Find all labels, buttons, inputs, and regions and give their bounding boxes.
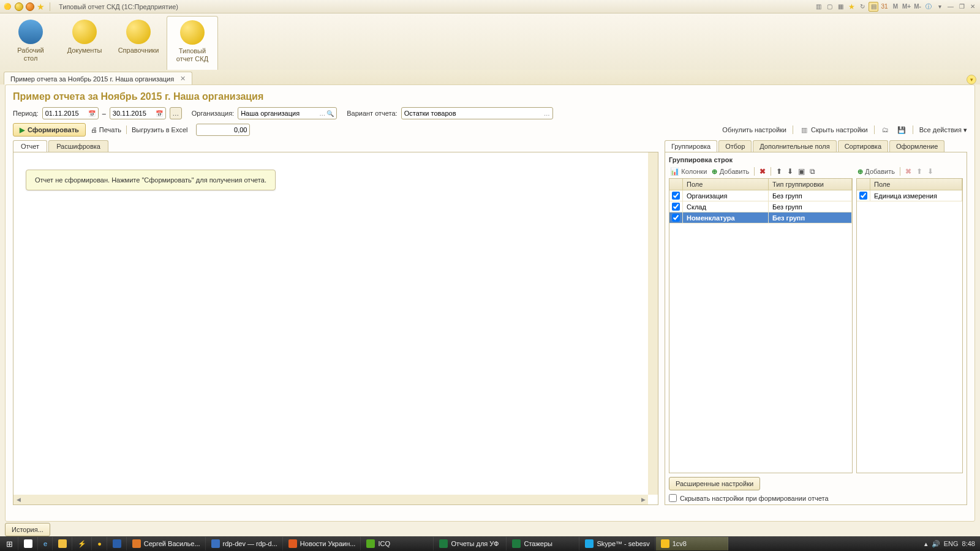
grid-icon[interactable]: ▦: [835, 2, 845, 12]
calendar-icon[interactable]: 📅: [88, 110, 96, 117]
export-excel-button[interactable]: Выгрузить в Excel: [132, 126, 188, 133]
taskbar-task[interactable]: Стажеры: [507, 537, 579, 550]
tray-clock[interactable]: 8:48: [962, 540, 975, 547]
taskbar-task-active[interactable]: 1cv8: [656, 537, 728, 550]
delete-column-button[interactable]: ✖: [904, 167, 913, 176]
columns-button[interactable]: 📊 Колонки: [669, 167, 708, 176]
grid-body[interactable]: ОрганизацияБез группСкладБез группНоменк…: [669, 190, 852, 473]
taskbar-task[interactable]: Сергей Василье...: [127, 537, 206, 550]
delete-button[interactable]: ✖: [758, 167, 767, 176]
nav-report[interactable]: Типовый отчет СКД: [167, 16, 218, 70]
tab-filter[interactable]: Отбор: [718, 140, 752, 152]
tray-volume-icon[interactable]: 🔊: [932, 540, 940, 548]
row-checkbox[interactable]: [672, 214, 680, 222]
hide-settings-checkbox-row[interactable]: Скрывать настройки при формировании отче…: [669, 494, 963, 502]
close-tab-icon[interactable]: ✕: [180, 75, 186, 83]
row-checkbox[interactable]: [672, 192, 680, 200]
taskbar-task[interactable]: Отчеты для УФ: [434, 537, 507, 550]
vertical-scrollbar[interactable]: [648, 152, 658, 495]
row-checkbox[interactable]: [672, 203, 680, 211]
hide-settings-link[interactable]: ▥ Скрыть настройки: [799, 125, 868, 135]
nav-forward-button[interactable]: [26, 2, 34, 11]
scroll-right-icon[interactable]: ▶: [638, 495, 648, 504]
tab-report[interactable]: Отчет: [13, 140, 47, 152]
scroll-left-icon[interactable]: ◀: [13, 495, 23, 504]
taskbar-search[interactable]: [19, 537, 38, 550]
tab-sorting[interactable]: Сортировка: [838, 140, 888, 152]
tab-overflow-button[interactable]: ▾: [967, 75, 976, 84]
nav-back-button[interactable]: [15, 2, 23, 11]
move-down-button[interactable]: ⬇: [786, 167, 794, 176]
history-icon[interactable]: ↻: [858, 2, 867, 12]
hide-settings-checkbox[interactable]: [669, 494, 677, 502]
minimize-icon[interactable]: —: [946, 2, 956, 12]
calc-icon[interactable]: ▤: [869, 2, 878, 12]
save-icon[interactable]: ▣: [797, 167, 806, 176]
org-field[interactable]: [241, 110, 318, 117]
period-picker-button[interactable]: …: [170, 107, 182, 119]
taskbar-explorer[interactable]: [53, 537, 72, 550]
row-checkbox[interactable]: [859, 192, 867, 200]
memory-m[interactable]: M: [891, 2, 900, 12]
table-row[interactable]: ОрганизацияБез групп: [669, 190, 852, 201]
reset-settings-link[interactable]: Обнулить настройки: [722, 126, 786, 133]
dropdown-icon[interactable]: ▾: [935, 2, 944, 12]
variant-input[interactable]: …: [401, 107, 553, 119]
calendar-icon[interactable]: 📅: [156, 110, 163, 117]
copy-icon[interactable]: ⧉: [809, 167, 816, 176]
nav-desktop[interactable]: Рабочий стол: [5, 16, 56, 70]
table-row[interactable]: Единица измерения: [857, 190, 962, 201]
horizontal-scrollbar[interactable]: ◀ ▶: [13, 495, 648, 504]
panel-icon[interactable]: ▢: [824, 2, 834, 12]
document-tab[interactable]: Пример отчета за Ноябрь 2015 г. Наша орг…: [4, 72, 192, 84]
tab-drilldown[interactable]: Расшифровка: [48, 140, 108, 152]
history-button[interactable]: История...: [5, 523, 50, 536]
org-input[interactable]: … 🔍: [238, 107, 337, 119]
favorites-small-icon[interactable]: ★: [846, 2, 856, 12]
taskbar-ie[interactable]: e: [39, 537, 53, 550]
variant-field[interactable]: [404, 110, 544, 117]
favorites-icon[interactable]: ★: [37, 2, 45, 12]
nav-documents[interactable]: Документы: [59, 16, 110, 70]
move-down-column-button[interactable]: ⬇: [926, 167, 935, 176]
maximize-icon[interactable]: ❐: [957, 2, 967, 12]
taskbar-winamp[interactable]: ⚡: [73, 537, 92, 550]
settings-icon[interactable]: 🗂: [881, 125, 891, 135]
taskbar-task[interactable]: Skype™ - sebesv: [580, 537, 655, 550]
taskbar-word[interactable]: [108, 537, 127, 550]
add-column-button[interactable]: ⊕ Добавить: [856, 167, 896, 176]
period-from-input[interactable]: 📅: [42, 107, 99, 119]
taskbar-task[interactable]: ICQ: [361, 537, 434, 550]
period-to-input[interactable]: 📅: [110, 107, 166, 119]
memory-mminus[interactable]: M-: [913, 2, 922, 12]
move-up-column-button[interactable]: ⬆: [915, 167, 924, 176]
tab-grouping[interactable]: Группировка: [665, 140, 717, 152]
close-icon[interactable]: ✕: [968, 2, 978, 12]
print-button[interactable]: 🖨 Печать: [91, 126, 121, 133]
info-icon[interactable]: ⓘ: [924, 2, 933, 12]
table-row[interactable]: СкладБез групп: [669, 201, 852, 212]
tab-appearance[interactable]: Оформление: [889, 140, 944, 152]
save-settings-icon[interactable]: 💾: [897, 125, 907, 135]
all-actions-button[interactable]: Все действия ▾: [919, 126, 967, 134]
nav-catalogs[interactable]: Справочники: [113, 16, 164, 70]
ellipsis-icon[interactable]: …: [544, 110, 550, 117]
taskbar-1c[interactable]: ●: [92, 537, 107, 550]
add-button[interactable]: ⊕ Добавить: [710, 167, 750, 176]
period-from-field[interactable]: [45, 110, 87, 117]
taskbar-task[interactable]: Новости Украин...: [284, 537, 361, 550]
start-button[interactable]: ⊞: [1, 537, 18, 550]
grid-body[interactable]: Единица измерения: [857, 190, 962, 473]
tab-extra-fields[interactable]: Дополнительные поля: [753, 140, 836, 152]
number-field[interactable]: [199, 126, 247, 133]
generate-button[interactable]: ▶Сформировать: [13, 123, 86, 137]
memory-mplus[interactable]: M+: [902, 2, 911, 12]
number-input[interactable]: [196, 124, 250, 136]
window-list-icon[interactable]: ▥: [813, 2, 823, 12]
period-to-field[interactable]: [113, 110, 154, 117]
tray-chevron-icon[interactable]: ▴: [924, 540, 928, 548]
move-up-button[interactable]: ⬆: [775, 167, 783, 176]
ellipsis-icon[interactable]: …: [319, 110, 325, 117]
taskbar-task[interactable]: rdp-dev — rdp-d...: [206, 537, 283, 550]
advanced-settings-button[interactable]: Расширенные настройки: [669, 477, 760, 490]
